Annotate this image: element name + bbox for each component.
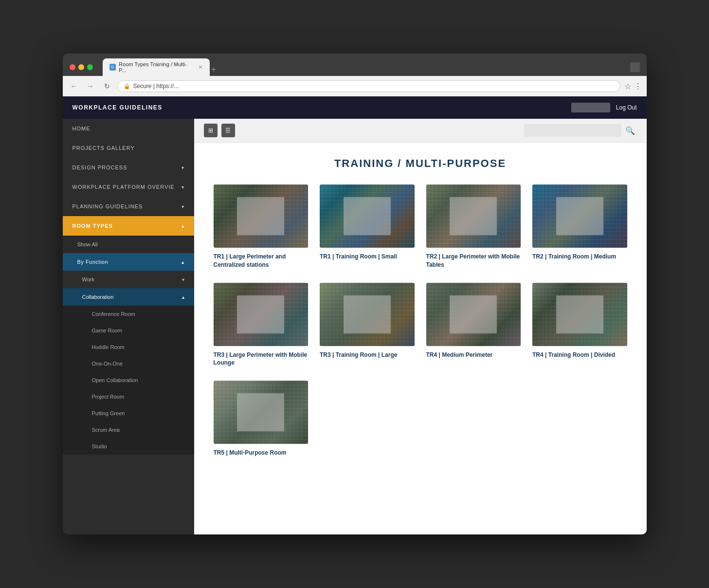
browser-titlebar: G Room Types Training / Multi-P... ✕ + <box>63 54 647 76</box>
app-brand: WORKPLACE GUIDELINES <box>73 104 163 111</box>
room-image <box>214 184 309 248</box>
header-right: Log Out <box>571 103 637 112</box>
browser-menu-icon[interactable] <box>630 62 640 72</box>
sidebar-item-workplace-platform[interactable]: WORKPLACE PLATFORM OVERVIE ▾ <box>63 177 194 197</box>
app-container: WORKPLACE GUIDELINES Log Out HOME PROJEC… <box>63 96 647 534</box>
search-button[interactable]: 🔍 <box>623 124 637 137</box>
tab-title: Room Types Training / Multi-P... <box>119 61 192 73</box>
image-overlay <box>450 295 497 333</box>
room-image <box>426 184 521 248</box>
content-toolbar: ⊞ ☰ 🔍 <box>194 119 647 143</box>
chevron-down-icon: ▾ <box>182 277 184 282</box>
room-image <box>320 184 415 248</box>
sidebar-item-scrum-area[interactable]: Scrum Area <box>63 422 194 438</box>
sidebar: HOME PROJECTS GALLERY DESIGN PROCESS ▾ W… <box>63 119 194 534</box>
image-overlay <box>344 197 391 235</box>
gallery-item[interactable]: TR4 | Training Room | Divided <box>532 283 627 368</box>
maximize-button[interactable] <box>87 64 93 70</box>
room-image <box>532 184 627 248</box>
refresh-button[interactable]: ↻ <box>101 80 113 92</box>
page-content: TRAINING / MULTI-PURPOSE TR1 | Large Per… <box>194 143 647 534</box>
gallery-item[interactable]: TR4 | Medium Perimeter <box>426 283 521 368</box>
room-label: TR5 | Multi-Purpose Room <box>214 449 309 457</box>
room-image <box>532 283 627 346</box>
forward-button[interactable]: → <box>84 80 97 92</box>
chevron-up-icon: ▴ <box>182 223 184 229</box>
chevron-down-icon: ▾ <box>182 184 184 190</box>
image-overlay <box>344 295 391 333</box>
new-tab-button[interactable]: + <box>212 65 216 76</box>
logout-button[interactable]: Log Out <box>616 104 637 111</box>
sidebar-item-design-process[interactable]: DESIGN PROCESS ▾ <box>63 158 194 177</box>
sidebar-item-by-function[interactable]: By Function ▴ <box>63 253 194 271</box>
room-label: TR4 | Training Room | Divided <box>532 351 627 359</box>
browser-toolbar: ← → ↻ 🔒 Secure | https://... ☆ ⋮ <box>63 76 647 96</box>
gallery-row-3: TR5 | Multi-Purpose Room <box>214 381 627 457</box>
tab-bar: G Room Types Training / Multi-P... ✕ + <box>103 58 626 76</box>
minimize-button[interactable] <box>78 64 84 70</box>
gallery-item[interactable]: TR3 | Training Room | Large <box>320 283 415 368</box>
image-overlay <box>237 393 284 431</box>
search-input[interactable] <box>524 124 621 137</box>
room-label: TR3 | Large Perimeter with Mobile Lounge <box>214 351 309 368</box>
tab-favicon: G <box>109 64 116 71</box>
toolbar-left: ⊞ ☰ <box>204 124 235 137</box>
browser-toolbar-icons: ☆ ⋮ <box>624 82 642 91</box>
tab-close-icon[interactable]: ✕ <box>198 64 203 71</box>
sidebar-item-show-all[interactable]: Show All <box>63 236 194 253</box>
app-header: WORKPLACE GUIDELINES Log Out <box>63 96 647 119</box>
room-image <box>426 283 521 346</box>
gallery-item[interactable]: TR2 | Large Perimeter with Mobile Tables <box>426 184 521 269</box>
room-label: TR1 | Large Perimeter and Centralized st… <box>214 253 309 269</box>
lock-icon: 🔒 <box>124 83 130 90</box>
image-overlay <box>556 295 603 333</box>
sidebar-item-planning-guidelines[interactable]: PLANNING GUIDELINES ▾ <box>63 197 194 216</box>
sidebar-item-conference-room[interactable]: Conference Room <box>63 306 194 322</box>
user-avatar <box>571 103 610 112</box>
address-bar[interactable]: 🔒 Secure | https://... <box>117 80 620 92</box>
main-layout: HOME PROJECTS GALLERY DESIGN PROCESS ▾ W… <box>63 119 647 534</box>
gallery-item[interactable]: TR1 | Large Perimeter and Centralized st… <box>214 184 309 269</box>
sidebar-item-open-collaboration[interactable]: Open Collaboration <box>63 372 194 388</box>
address-text: Secure | https://... <box>133 83 614 90</box>
sidebar-item-collaboration[interactable]: Collaboration ▴ <box>63 288 194 306</box>
back-button[interactable]: ← <box>68 80 80 92</box>
sidebar-item-putting-green[interactable]: Putting Green <box>63 405 194 422</box>
search-bar: 🔍 <box>524 124 637 137</box>
sidebar-item-studio[interactable]: Studio <box>63 438 194 455</box>
chevron-down-icon: ▾ <box>182 165 184 170</box>
sidebar-item-project-room[interactable]: Project Room <box>63 388 194 405</box>
sidebar-item-room-types[interactable]: ROOM TYPES ▴ <box>63 216 194 236</box>
grid-view-button[interactable]: ⊞ <box>204 124 218 137</box>
gallery-row-2: TR3 | Large Perimeter with Mobile Lounge… <box>214 283 627 368</box>
room-label: TR3 | Training Room | Large <box>320 351 415 359</box>
room-image <box>214 283 309 346</box>
gallery-item[interactable]: TR1 | Training Room | Small <box>320 184 415 269</box>
chevron-up-icon: ▴ <box>182 294 184 300</box>
image-overlay <box>237 295 284 333</box>
image-overlay <box>237 197 284 235</box>
gallery-item[interactable]: TR5 | Multi-Purpose Room <box>214 381 309 457</box>
image-overlay <box>556 197 603 235</box>
close-button[interactable] <box>70 64 75 70</box>
room-label: TR4 | Medium Perimeter <box>426 351 521 359</box>
room-label: TR2 | Training Room | Medium <box>532 253 627 261</box>
list-view-button[interactable]: ☰ <box>221 124 235 137</box>
room-label: TR1 | Training Room | Small <box>320 253 415 261</box>
bookmark-icon[interactable]: ☆ <box>624 82 631 91</box>
sidebar-item-huddle-room[interactable]: Huddle Room <box>63 339 194 355</box>
sidebar-item-work[interactable]: Work ▾ <box>63 271 194 288</box>
browser-window: G Room Types Training / Multi-P... ✕ + ←… <box>63 54 647 534</box>
sidebar-item-game-room[interactable]: Game Room <box>63 322 194 339</box>
traffic-lights <box>70 64 93 70</box>
sidebar-item-projects-gallery[interactable]: PROJECTS GALLERY <box>63 138 194 158</box>
image-overlay <box>450 197 497 235</box>
room-image <box>320 283 415 346</box>
active-tab[interactable]: G Room Types Training / Multi-P... ✕ <box>103 58 210 76</box>
sidebar-item-home[interactable]: HOME <box>63 119 194 138</box>
gallery-item[interactable]: TR2 | Training Room | Medium <box>532 184 627 269</box>
gallery-item[interactable]: TR3 | Large Perimeter with Mobile Lounge <box>214 283 309 368</box>
chevron-up-icon: ▴ <box>182 259 184 265</box>
sidebar-item-one-on-one[interactable]: One-On-One <box>63 355 194 372</box>
settings-icon[interactable]: ⋮ <box>634 82 642 91</box>
